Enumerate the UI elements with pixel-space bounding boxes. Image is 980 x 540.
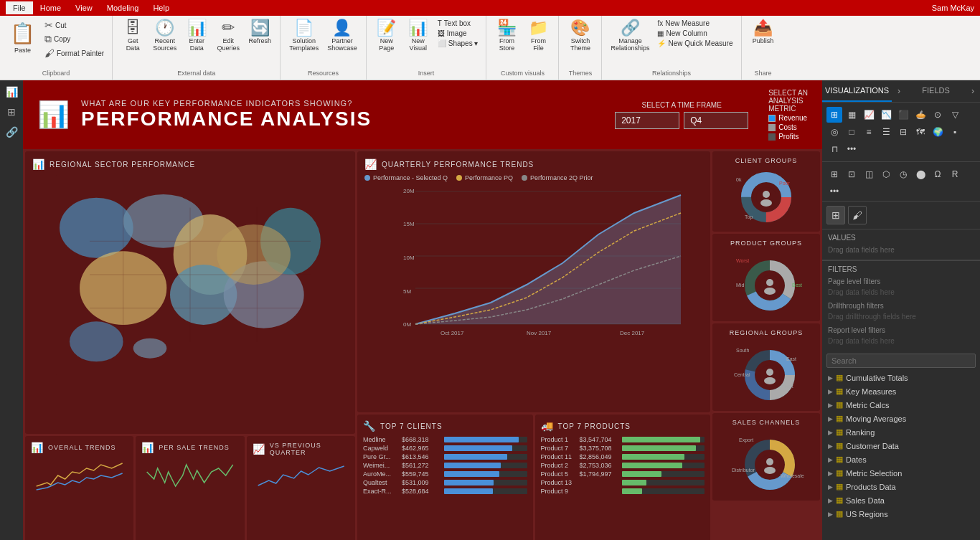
- new-visual-icon: 📊: [408, 20, 428, 36]
- fields-item-sales[interactable]: ▶ ▦ Sales Data: [822, 493, 980, 507]
- new-page-icon: 📝: [377, 20, 396, 36]
- fields-item-metric-calcs[interactable]: ▶ ▦ Metric Calcs: [822, 398, 980, 412]
- model-view-icon[interactable]: 🔗: [3, 123, 20, 141]
- viz-icon-r7[interactable]: Ω: [930, 166, 946, 182]
- viz-icon-line[interactable]: 📈: [861, 107, 877, 123]
- fields-item-cumulative[interactable]: ▶ ▦ Cumulative Totals: [822, 371, 980, 384]
- vs-previous-quarter-card[interactable]: 📈 VS PREVIOUS QUARTER: [247, 436, 355, 540]
- revenue-checkbox[interactable]: [768, 115, 776, 122]
- fields-item-moving-avg[interactable]: ▶ ▦ Moving Averages: [822, 412, 980, 425]
- new-page-label: NewPage: [379, 37, 394, 52]
- from-file-button[interactable]: 📁 FromFile: [524, 19, 552, 53]
- viz-icon-r6[interactable]: ⬤: [913, 166, 928, 182]
- tab-modeling[interactable]: Modeling: [100, 1, 146, 14]
- edit-queries-button[interactable]: ✏ EditQueries: [214, 19, 242, 53]
- profits-option[interactable]: Profits: [768, 133, 808, 141]
- viz-icon-r3[interactable]: ◫: [861, 166, 877, 182]
- viz-icon-slicer[interactable]: ☰: [878, 124, 894, 140]
- partner-showcase-button[interactable]: 👤 PartnerShowcase: [324, 19, 360, 53]
- viz-icon-more[interactable]: •••: [844, 141, 859, 157]
- tab-view[interactable]: View: [68, 1, 100, 14]
- chart-legend: Performance - Selected Q Performance PQ …: [364, 174, 703, 181]
- new-quick-measure-button[interactable]: ⚡New Quick Measure: [655, 39, 735, 48]
- tab-visualizations[interactable]: VISUALIZATIONS: [822, 80, 892, 102]
- viz-icon-map[interactable]: 🗺: [913, 124, 928, 140]
- switch-theme-button[interactable]: 🎨 SwitchTheme: [566, 19, 595, 53]
- fields-item-customer[interactable]: ▶ ▦ Customer Data: [822, 439, 980, 453]
- fields-item-us-regions[interactable]: ▶ ▦ US Regions: [822, 507, 980, 521]
- viz-icon-pie[interactable]: 🥧: [913, 107, 928, 123]
- textbox-button[interactable]: TText box: [435, 19, 481, 28]
- viz-icon-r4[interactable]: ⬡: [878, 166, 894, 182]
- enter-data-button[interactable]: 📊 EnterData: [182, 19, 211, 53]
- fields-item-dates[interactable]: ▶ ▦ Dates: [822, 453, 980, 466]
- svg-point-39: [766, 279, 773, 286]
- new-page-button[interactable]: 📝 NewPage: [372, 19, 401, 53]
- viz-icon-donut[interactable]: ⊙: [930, 107, 946, 123]
- copy-button[interactable]: ⧉Copy: [42, 32, 106, 46]
- solution-templates-button[interactable]: 📄 SolutionTemplates: [286, 19, 321, 53]
- tab-home[interactable]: Home: [33, 1, 68, 14]
- revenue-option[interactable]: Revenue: [768, 114, 808, 122]
- new-visual-label: NewVisual: [410, 37, 427, 52]
- expand-viz-panel[interactable]: ›: [892, 80, 906, 102]
- viz-icon-r2[interactable]: ⊡: [844, 166, 859, 182]
- tab-help[interactable]: Help: [146, 1, 176, 14]
- fields-item-key-measures[interactable]: ▶ ▦ Key Measures: [822, 384, 980, 398]
- fields-search-input[interactable]: [826, 354, 976, 368]
- new-column-button[interactable]: ▦New Column: [655, 29, 735, 38]
- viz-icon-filled-map[interactable]: 🌍: [930, 124, 946, 140]
- product-val-3: $2,856,049: [580, 453, 619, 460]
- paste-button[interactable]: 📋 Paste: [6, 19, 39, 57]
- fields-item-products[interactable]: ▶ ▦ Products Data: [822, 480, 980, 493]
- costs-option[interactable]: Costs: [768, 123, 808, 131]
- fields-item-metric-sel[interactable]: ▶ ▦ Metric Selection: [822, 466, 980, 480]
- format-tool-btn[interactable]: 🖌: [848, 206, 867, 224]
- viz-icon-waterfall[interactable]: ⊓: [826, 141, 842, 157]
- viz-icon-matrix[interactable]: ⊟: [895, 124, 911, 140]
- viz-icon-r5[interactable]: ◷: [895, 166, 911, 182]
- new-visual-button[interactable]: 📊 NewVisual: [404, 19, 433, 53]
- shapes-button[interactable]: ⬜Shapes ▾: [435, 39, 481, 48]
- tab-fields[interactable]: FIELDS: [906, 80, 966, 102]
- viz-icon-gauge[interactable]: ◎: [826, 124, 842, 140]
- report-view-icon[interactable]: 📊: [3, 83, 20, 100]
- viz-icon-area[interactable]: 📉: [878, 107, 894, 123]
- recent-sources-button[interactable]: 🕐 RecentSources: [150, 19, 179, 53]
- fields-tool-btn[interactable]: ⊞: [826, 206, 845, 224]
- textbox-label: Text box: [444, 19, 471, 27]
- per-sale-trends-card[interactable]: 📊 PER SALE TRENDS: [136, 436, 244, 540]
- viz-icon-funnel[interactable]: ▽: [947, 107, 963, 123]
- viz-icon-scatter[interactable]: ⬛: [895, 107, 911, 123]
- costs-checkbox[interactable]: [768, 124, 776, 131]
- expand-fields-panel[interactable]: ›: [966, 80, 980, 102]
- new-measure-button[interactable]: fxNew Measure: [655, 19, 735, 28]
- image-button[interactable]: 🖼Image: [435, 29, 481, 38]
- viz-icon-card[interactable]: □: [844, 124, 859, 140]
- viz-icon-bar[interactable]: ▦: [844, 107, 859, 123]
- cut-button[interactable]: ✂Cut: [42, 19, 106, 32]
- get-data-button[interactable]: 🗄 GetData: [118, 19, 147, 53]
- overall-trends-card[interactable]: 📊 OVERALL TRENDS: [25, 436, 133, 540]
- publish-button[interactable]: 📤 Publish: [749, 19, 778, 46]
- quarter-select[interactable]: Q4Q3Q2Q1: [684, 112, 748, 129]
- manage-relationships-button[interactable]: 🔗 ManageRelationships: [608, 19, 652, 53]
- viz-icon-treemap[interactable]: ▪: [947, 124, 963, 140]
- viz-icon-dots[interactable]: •••: [826, 184, 842, 199]
- viz-icon-r8[interactable]: R: [947, 166, 963, 182]
- format-painter-button[interactable]: 🖌Format Painter: [42, 47, 106, 60]
- client-row-1: Medline $668,318: [363, 436, 527, 443]
- client-fill-5: [444, 471, 499, 477]
- fields-item-ranking[interactable]: ▶ ▦ Ranking: [822, 425, 980, 439]
- viz-icon-table[interactable]: ⊞: [826, 107, 842, 123]
- viz-icon-r1[interactable]: ⊞: [826, 166, 842, 182]
- data-view-icon[interactable]: ⊞: [3, 103, 20, 120]
- expand-icon-us-regions: ▶: [828, 511, 833, 518]
- year-select[interactable]: 201720162015: [615, 112, 679, 129]
- from-store-button[interactable]: 🏪 FromStore: [492, 19, 521, 53]
- viz-icon-multi-row[interactable]: ≡: [861, 124, 877, 140]
- tab-file[interactable]: File: [6, 1, 33, 14]
- top-products-card: 🚚 TOP 7 PRODUCTS Product 1 $3,547,704: [535, 415, 711, 540]
- refresh-button[interactable]: 🔄 Refresh: [245, 19, 274, 46]
- profits-checkbox[interactable]: [768, 133, 776, 141]
